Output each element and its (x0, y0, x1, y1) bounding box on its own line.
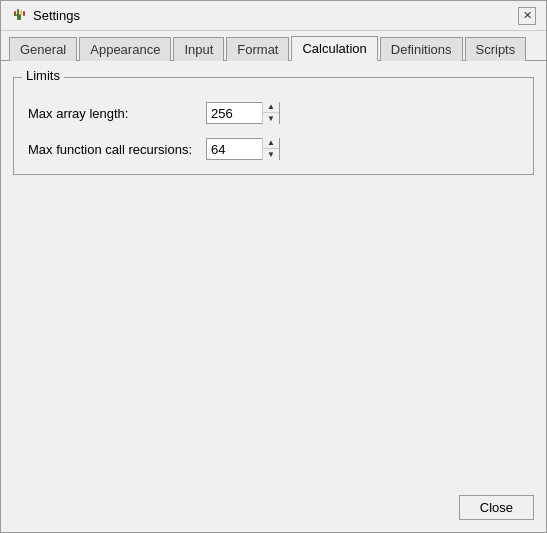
tab-general[interactable]: General (9, 37, 77, 61)
footer: Close (1, 487, 546, 532)
max-array-length-spinner: ▲ ▼ (206, 102, 280, 124)
limits-group: Limits Max array length: ▲ ▼ Max functio… (13, 77, 534, 175)
max-recursions-down-button[interactable]: ▼ (263, 149, 279, 160)
max-array-length-up-button[interactable]: ▲ (263, 102, 279, 113)
svg-rect-2 (20, 10, 22, 15)
settings-window: Settings ✕ General Appearance Input Form… (0, 0, 547, 533)
tab-appearance[interactable]: Appearance (79, 37, 171, 61)
title-bar: Settings ✕ (1, 1, 546, 31)
window-close-button[interactable]: ✕ (518, 7, 536, 25)
max-recursions-up-button[interactable]: ▲ (263, 138, 279, 149)
svg-rect-1 (17, 9, 19, 15)
tab-scripts[interactable]: Scripts (465, 37, 527, 61)
tab-definitions[interactable]: Definitions (380, 37, 463, 61)
title-bar-left: Settings (11, 6, 80, 25)
max-recursions-row: Max function call recursions: ▲ ▼ (28, 138, 519, 160)
tab-format[interactable]: Format (226, 37, 289, 61)
max-array-length-label: Max array length: (28, 106, 198, 121)
limits-legend: Limits (22, 68, 64, 83)
max-recursions-spinner: ▲ ▼ (206, 138, 280, 160)
max-array-length-spinner-buttons: ▲ ▼ (262, 102, 279, 124)
max-recursions-input[interactable] (207, 139, 262, 159)
max-array-length-row: Max array length: ▲ ▼ (28, 102, 519, 124)
max-array-length-input[interactable] (207, 103, 262, 123)
max-array-length-down-button[interactable]: ▼ (263, 113, 279, 124)
max-recursions-label: Max function call recursions: (28, 142, 198, 157)
tabs-bar: General Appearance Input Format Calculat… (1, 31, 546, 61)
tab-input[interactable]: Input (173, 37, 224, 61)
content-area: Limits Max array length: ▲ ▼ Max functio… (1, 61, 546, 487)
svg-rect-5 (14, 14, 17, 16)
svg-rect-4 (23, 11, 25, 16)
max-recursions-spinner-buttons: ▲ ▼ (262, 138, 279, 160)
tab-calculation[interactable]: Calculation (291, 36, 377, 61)
app-icon (11, 6, 27, 25)
close-dialog-button[interactable]: Close (459, 495, 534, 520)
window-title: Settings (33, 8, 80, 23)
